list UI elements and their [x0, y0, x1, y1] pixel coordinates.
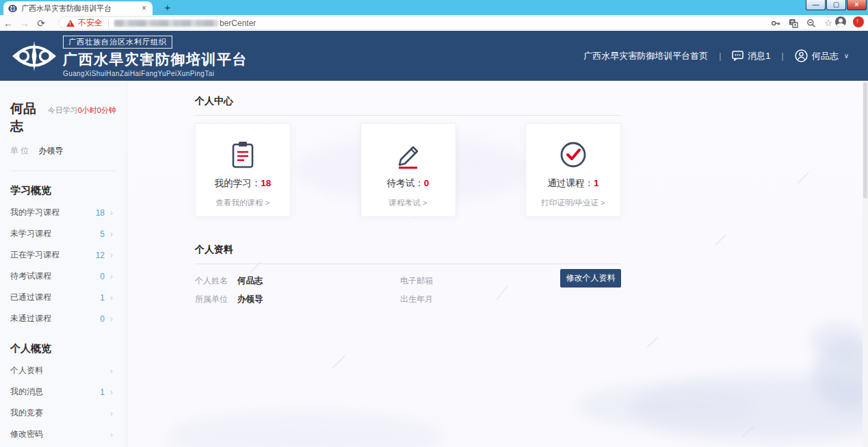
print-certificate-link[interactable]: 打印证明/毕业证 >: [526, 198, 620, 208]
item-label: 未通过课程: [10, 313, 100, 324]
chevron-right-icon: ›: [110, 272, 113, 281]
item-label: 修改密码: [10, 429, 105, 440]
sidebar-item-pending-exam-courses[interactable]: 待考试课程 0 ›: [10, 266, 113, 287]
tab-close-icon[interactable]: ×: [140, 4, 148, 12]
window-maximize-button[interactable]: ▢: [826, 0, 846, 10]
sidebar-item-change-password[interactable]: 修改密码 ›: [10, 424, 113, 445]
passed-courses-card[interactable]: 通过课程：1 打印证明/毕业证 >: [525, 123, 621, 217]
edit-profile-button[interactable]: 修改个人资料: [560, 269, 621, 288]
sidebar-item-passed-courses[interactable]: 已通过课程 1 ›: [10, 287, 113, 308]
today-study-value: 0小时0分钟: [78, 106, 116, 114]
field-label: 个人姓名: [195, 275, 237, 287]
user-menu[interactable]: 何品志 ∨: [795, 49, 849, 62]
site-header: 广西壮族自治区水利厅组织 广西水旱灾害防御培训平台 GuangXiShuiHan…: [0, 31, 868, 81]
platform-logo-icon: [12, 40, 56, 72]
pending-exam-card[interactable]: 待考试：0 课程考试 >: [360, 123, 456, 217]
sidebar-item-failed-courses[interactable]: 未通过课程 0 ›: [10, 308, 113, 329]
profile-title: 个人资料: [195, 244, 621, 256]
browser-update-icon[interactable]: [853, 16, 864, 27]
view-my-courses-link[interactable]: 查看我的课程 >: [196, 198, 290, 208]
header-user-name: 何品志: [812, 50, 839, 62]
card-count: 1: [594, 178, 599, 188]
section-divider: [195, 115, 621, 116]
profile-section: 个人资料 个人姓名 何品志 电子邮箱 所属单位 办领导: [195, 244, 621, 305]
personal-overview-section: 个人概览 个人资料 › 我的消息 1 › 我的竞赛 ›: [0, 342, 127, 445]
tab-title: 广西水旱灾害防御培训平台: [21, 3, 140, 14]
card-count: 0: [424, 178, 430, 188]
window-close-button[interactable]: ×: [847, 0, 867, 10]
card-title: 我的学习：18: [196, 177, 290, 190]
message-bubble-icon: [732, 51, 744, 61]
home-link[interactable]: 广西水旱灾害防御培训平台首页: [583, 50, 708, 62]
security-warning-icon: [66, 20, 75, 27]
unit-label: 单位: [10, 146, 31, 155]
item-count: 5: [100, 229, 105, 239]
header-nav: 广西水旱灾害防御培训平台首页 | 消息1 | 何品志 ∨: [583, 49, 849, 62]
site-title: 广西水旱灾害防御培训平台: [63, 50, 248, 69]
window-minimize-button[interactable]: —: [806, 0, 826, 10]
study-overview-title: 学习概览: [10, 184, 113, 197]
sidebar-item-my-courses[interactable]: 我的学习课程 18 ›: [10, 202, 113, 223]
field-value: 何品志: [237, 275, 263, 287]
item-label: 待考试课程: [10, 270, 100, 282]
brand-block: 广西壮族自治区水利厅组织 广西水旱灾害防御培训平台 GuangXiShuiHan…: [63, 35, 248, 77]
my-study-card[interactable]: 我的学习：18 查看我的课程 >: [195, 123, 291, 217]
sidebar-item-not-started-courses[interactable]: 未学习课程 5 ›: [10, 223, 113, 244]
sidebar-item-in-progress-courses[interactable]: 正在学习课程 12 ›: [10, 244, 113, 266]
url-separator: [108, 19, 109, 27]
check-circle-icon: [559, 140, 588, 169]
item-count: 12: [96, 251, 105, 260]
translate-icon[interactable]: [789, 18, 798, 28]
sidebar-item-my-competitions[interactable]: 我的竞赛 ›: [10, 403, 113, 424]
item-label: 未学习课程: [10, 228, 100, 240]
summary-cards: 我的学习：18 查看我的课程 > 待考试：0 课程考试 >: [195, 123, 621, 217]
field-value: 办领导: [237, 294, 263, 305]
omnibox-icons: ☆: [771, 18, 832, 28]
header-separator: |: [719, 51, 721, 61]
sidebar-item-profile[interactable]: 个人资料 ›: [10, 360, 113, 381]
item-label: 正在学习课程: [10, 249, 96, 261]
saved-password-key-icon[interactable]: [771, 18, 780, 28]
window-controls: — ▢ ×: [805, 0, 867, 10]
course-exam-link[interactable]: 课程考试 >: [361, 198, 456, 208]
profile-birth-field: 出生年月: [400, 294, 621, 305]
item-label: 我的学习课程: [10, 207, 96, 218]
zoom-out-icon[interactable]: [806, 18, 816, 28]
profile-unit-field: 所属单位 办领导: [195, 294, 400, 305]
browser-profile-avatar[interactable]: [835, 16, 846, 27]
address-bar[interactable]: 不安全 berCenter ☆: [59, 16, 840, 29]
card-title: 待考试：0: [361, 177, 456, 190]
browser-toolbar: ← → ⟳ 不安全 berCenter: [0, 15, 868, 31]
forward-icon[interactable]: →: [16, 18, 33, 29]
browser-tab[interactable]: 广西水旱灾害防御培训平台 ×: [3, 1, 153, 15]
chevron-right-icon: ›: [110, 387, 113, 397]
card-count: 18: [261, 178, 271, 188]
vertical-scrollbar[interactable]: [863, 81, 868, 447]
sidebar-unit-row: 单位 办领导: [10, 145, 116, 157]
chevron-right-icon: ›: [110, 430, 113, 439]
content-wrapper: 个人中心 我的学习：18: [195, 81, 621, 305]
back-icon[interactable]: ←: [0, 18, 16, 29]
sidebar: 何品志 今日学习0小时0分钟 单位 办领导 学习概览 我的学习课程 18 › 未…: [0, 81, 127, 447]
clipboard-icon: [231, 140, 255, 169]
reload-icon[interactable]: ⟳: [33, 18, 49, 29]
messages-link[interactable]: 消息1: [732, 50, 770, 62]
new-tab-button[interactable]: +: [159, 2, 176, 14]
item-count: 1: [100, 387, 105, 397]
card-label: 我的学习：: [215, 178, 261, 188]
section-divider: [195, 264, 621, 264]
item-count: 0: [100, 314, 105, 324]
chevron-right-icon: ›: [110, 251, 113, 260]
item-label: 已通过课程: [10, 292, 100, 303]
chevron-down-icon: ∨: [844, 52, 849, 60]
site-favicon-icon: [8, 4, 17, 13]
chevron-right-icon: ›: [110, 208, 113, 218]
bookmark-star-icon[interactable]: ☆: [824, 18, 832, 28]
personal-overview-title: 个人概览: [10, 342, 113, 355]
scrollbar-thumb[interactable]: [863, 82, 867, 199]
sidebar-item-my-messages[interactable]: 我的消息 1 ›: [10, 381, 113, 403]
security-warning-label[interactable]: 不安全: [78, 17, 103, 29]
study-overview-section: 学习概览 我的学习课程 18 › 未学习课程 5 › 正在学习课程 12 ›: [0, 184, 127, 329]
item-label: 我的竞赛: [10, 407, 105, 419]
screen: 广西水旱灾害防御培训平台 × + — ▢ × ← → ⟳ 不安全 berCent…: [0, 0, 868, 447]
